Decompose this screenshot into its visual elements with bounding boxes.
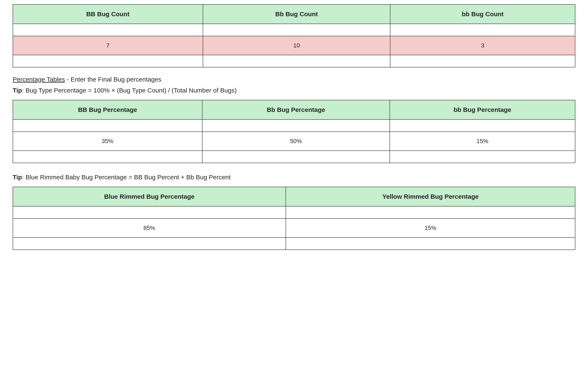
bb-bug-count-header: BB Bug Count	[13, 4, 203, 24]
rimmed-bottom-right	[286, 238, 575, 250]
tip1-content: : Bug Type Percentage = 100% × (Bug Type…	[22, 87, 237, 94]
rimmed-bug-table: Blue Rimmed Bug Percentage Yellow Rimmed…	[13, 187, 575, 250]
bug-count-table: BB Bug Count Bb Bug Count bb Bug Count 7…	[13, 4, 575, 67]
pct-empty-right	[390, 120, 575, 132]
bb-pct-value-mid: 50%	[202, 132, 390, 151]
tip1-bold: Tip	[13, 87, 22, 94]
bb-pct-value-right: 15%	[390, 132, 575, 151]
percentage-table-section: BB Bug Percentage Bb Bug Percentage bb B…	[13, 100, 575, 163]
percentage-tables-label: Percentage Tables - Enter the Final Bug …	[13, 76, 575, 83]
tip2-bold: Tip	[13, 174, 22, 181]
blue-rimmed-value: 85%	[13, 219, 286, 238]
rimmed-bottom-left	[13, 238, 286, 250]
bb-bug-count-header-mid: Bb Bug Count	[203, 4, 390, 24]
bb-pct-header-mid: Bb Bug Percentage	[202, 100, 390, 120]
yellow-rimmed-value: 15%	[286, 219, 575, 238]
bug-percentage-table: BB Bug Percentage Bb Bug Percentage bb B…	[13, 100, 575, 163]
rimmed-empty-right	[286, 206, 575, 219]
bb-pct-header: BB Bug Percentage	[13, 100, 202, 120]
pct-empty-mid	[202, 120, 390, 132]
pct-bottom-left	[13, 151, 202, 163]
bb-bug-count-header-right: bb Bug Count	[390, 4, 575, 24]
pct-empty-left	[13, 120, 202, 132]
pct-bottom-right	[390, 151, 575, 163]
bottom-empty-left	[13, 55, 203, 67]
yellow-rimmed-header: Yellow Rimmed Bug Percentage	[286, 187, 575, 206]
pct-bottom-mid	[202, 151, 390, 163]
tip1-text: Tip: Bug Type Percentage = 100% × (Bug T…	[13, 87, 575, 94]
bb-pct-header-right: bb Bug Percentage	[390, 100, 575, 120]
bottom-empty-mid	[203, 55, 390, 67]
bb-count-value-mid: 10	[203, 36, 390, 55]
empty-row-mid	[203, 24, 390, 36]
empty-row-right	[390, 24, 575, 36]
bb-count-value-right: 3	[390, 36, 575, 55]
rimmed-table-section: Blue Rimmed Bug Percentage Yellow Rimmed…	[13, 187, 575, 250]
bb-pct-value: 35%	[13, 132, 202, 151]
section-suffix: - Enter the Final Bug percentages	[65, 76, 161, 83]
top-count-table-section: BB Bug Count Bb Bug Count bb Bug Count 7…	[13, 4, 575, 67]
percentage-tables-underline: Percentage Tables	[13, 76, 65, 83]
rimmed-empty-left	[13, 206, 286, 219]
tip2-text: Tip: Blue Rimmed Baby Bug Percentage = B…	[13, 174, 575, 181]
blue-rimmed-header: Blue Rimmed Bug Percentage	[13, 187, 286, 206]
bb-count-value: 7	[13, 36, 203, 55]
empty-row-left	[13, 24, 203, 36]
tip2-content: : Blue Rimmed Baby Bug Percentage = BB B…	[22, 174, 231, 181]
bottom-empty-right	[390, 55, 575, 67]
